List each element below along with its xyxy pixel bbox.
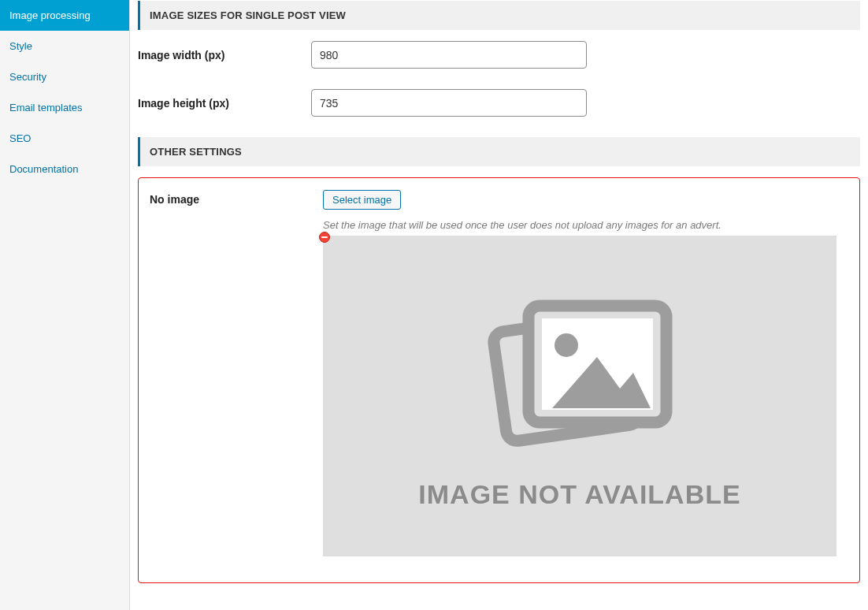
select-image-button[interactable]: Select image	[323, 190, 401, 210]
label-no-image: No image	[150, 190, 323, 206]
main-content: IMAGE SIZES FOR SINGLE POST VIEW Image w…	[130, 0, 868, 610]
sidebar-item-style[interactable]: Style	[0, 31, 129, 61]
no-image-preview: IMAGE NOT AVAILABLE	[323, 236, 848, 556]
no-image-help-text: Set the image that will be used once the…	[323, 219, 848, 231]
svg-point-3	[555, 333, 578, 357]
label-image-height: Image height (px)	[138, 89, 311, 110]
label-image-width: Image width (px)	[138, 41, 311, 61]
field-image-height: Image height (px)	[138, 89, 860, 117]
remove-image-icon[interactable]	[319, 232, 330, 243]
sidebar: Image processing Style Security Email te…	[0, 0, 130, 610]
photo-stack-icon	[485, 282, 674, 452]
input-image-height[interactable]	[311, 89, 587, 117]
sidebar-item-image-processing[interactable]: Image processing	[0, 0, 129, 31]
sidebar-item-seo[interactable]: SEO	[0, 123, 129, 154]
sidebar-item-email-templates[interactable]: Email templates	[0, 92, 129, 123]
input-image-width[interactable]	[311, 41, 587, 69]
sidebar-item-documentation[interactable]: Documentation	[0, 154, 129, 184]
section-header-other: OTHER SETTINGS	[138, 137, 860, 166]
sidebar-item-security[interactable]: Security	[0, 61, 129, 92]
placeholder-text: IMAGE NOT AVAILABLE	[418, 479, 740, 510]
section-header-single-post: IMAGE SIZES FOR SINGLE POST VIEW	[138, 1, 860, 30]
field-image-width: Image width (px)	[138, 41, 860, 69]
other-settings-block: No image Select image Set the image that…	[138, 177, 860, 583]
placeholder-image: IMAGE NOT AVAILABLE	[323, 236, 836, 556]
